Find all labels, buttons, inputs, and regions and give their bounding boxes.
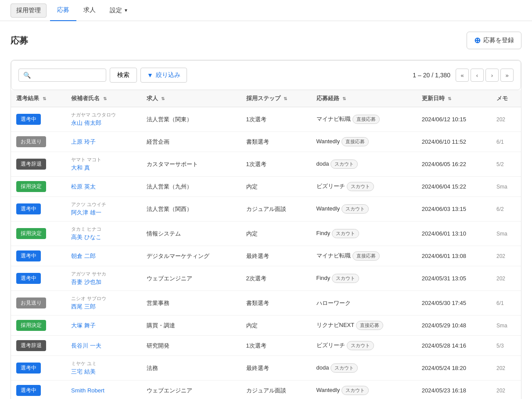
col-header-job[interactable]: 求人 ⇅ [141, 90, 241, 107]
sort-icon-name: ⇅ [103, 96, 107, 101]
table-row: 採用決定タカミ ヒナコ高美 ひなこ情報システム内定Findyスカウト2024/0… [11, 221, 521, 246]
cell-step: 1次選考 [241, 336, 311, 356]
filter-icon: ▼ [147, 72, 153, 79]
table-row: 選考中朝倉 二郎デジタルマーケティング最終選考マイナビ転職直接応募2024/06… [11, 246, 521, 266]
cell-updated: 2024/06/01 13:10 [417, 221, 491, 246]
cell-updated: 2024/05/28 14:16 [417, 336, 491, 356]
source-tag: 直接応募 [356, 321, 383, 330]
search-input[interactable] [33, 72, 101, 79]
source-tag: 直接応募 [341, 137, 369, 146]
search-bar: 🔍 検索 ▼ 絞り込み 1 – 20 / 1,380 « ‹ › » [11, 60, 521, 90]
cell-result: 選考中 [11, 266, 66, 291]
status-badge: お見送り [16, 136, 46, 147]
cell-memo: Sma [491, 177, 521, 197]
page-header: 応募 ⊕ 応募を登録 [11, 32, 521, 49]
col-header-updated[interactable]: 更新日時 ⇅ [417, 90, 491, 107]
register-button-label: 応募を登録 [483, 36, 514, 44]
status-badge: 選考中 [16, 273, 41, 284]
search-icon: 🔍 [23, 72, 31, 79]
col-header-step[interactable]: 採用ステップ ⇅ [241, 90, 311, 107]
status-badge: 選考中 [16, 114, 41, 125]
cell-job: ウェブエンジニア [141, 266, 241, 291]
cell-name: 長谷川 一夫 [66, 336, 141, 356]
source-tag: スカウト [332, 274, 359, 283]
col-header-source[interactable]: 応募経路 ⇅ [311, 90, 417, 107]
col-header-name[interactable]: 候補者氏名 ⇅ [66, 90, 141, 107]
cell-updated: 2024/06/03 13:15 [417, 197, 491, 221]
cell-step: 書類選考 [241, 132, 311, 152]
table-body: 選考中ナガヤマ ユウタロウ永山 侑太郎法人営業（関東）1次選考マイナビ転職直接応… [11, 107, 521, 399]
table-row: 選考辞退ヤマト マコト大和 真カスタマーサポート1次選考dodaスカウト2024… [11, 152, 521, 177]
cell-memo: 6/2 [491, 197, 521, 221]
table-header-row: 選考結果 ⇅ 候補者氏名 ⇅ 求人 ⇅ 採用ステップ ⇅ [11, 90, 521, 107]
candidate-name-link[interactable]: 永山 侑太郎 [71, 120, 101, 126]
nav-item-recruitment[interactable]: 採用管理 [11, 4, 47, 18]
cell-name: ヤマト マコト大和 真 [66, 152, 141, 177]
candidate-name-link[interactable]: 吾妻 沙也加 [71, 279, 101, 285]
cell-result: 選考中 [11, 356, 66, 381]
next-page-button[interactable]: › [485, 69, 499, 82]
col-header-memo: メモ [491, 90, 521, 107]
cell-result: 選考辞退 [11, 336, 66, 356]
candidate-kana: タカミ ヒナコ [71, 226, 136, 232]
candidate-name-link[interactable]: 阿久津 雄一 [71, 209, 101, 216]
register-application-button[interactable]: ⊕ 応募を登録 [467, 32, 521, 49]
cell-source: ハローワーク [311, 291, 417, 316]
cell-step: カジュアル面談 [241, 381, 311, 399]
cell-memo: 202 [491, 246, 521, 266]
table-row: 選考中ナガヤマ ユウタロウ永山 侑太郎法人営業（関東）1次選考マイナビ転職直接応… [11, 107, 521, 132]
candidate-name-link[interactable]: 高美 ひなこ [71, 234, 101, 240]
cell-memo: 5/2 [491, 152, 521, 177]
cell-updated: 2024/05/24 18:20 [417, 356, 491, 381]
col-header-result[interactable]: 選考結果 ⇅ [11, 90, 66, 107]
status-badge: 採用決定 [16, 228, 46, 239]
nav-item-applications[interactable]: 応募 [50, 0, 76, 21]
candidate-kana: ミヤケ ユミ [71, 360, 136, 367]
candidate-name-link[interactable]: 松原 英太 [71, 183, 96, 190]
sort-icon-source: ⇅ [342, 96, 346, 101]
candidate-name-link[interactable]: 長谷川 一夫 [71, 342, 101, 349]
candidate-kana: アガツマ サヤカ [71, 271, 136, 277]
cell-updated: 2024/05/23 16:18 [417, 381, 491, 399]
table-row: 選考中Smith Robertウェブエンジニアカジュアル面談Wantedlyスカ… [11, 381, 521, 399]
cell-source: ビズリーチスカウト [311, 336, 417, 356]
cell-source: dodaスカウト [311, 152, 417, 177]
table-row: 選考中アクツ ユウイチ阿久津 雄一法人営業（関西）カジュアル面談Wantedly… [11, 197, 521, 221]
cell-job: 法務 [141, 356, 241, 381]
candidate-name-link[interactable]: 上原 玲子 [71, 138, 96, 145]
status-badge: 選考辞退 [16, 340, 46, 351]
cell-job: 法人営業（九州） [141, 177, 241, 197]
candidate-kana: ヤマト マコト [71, 156, 136, 163]
table-row: 選考中ミヤケ ユミ三宅 結美法務最終選考dodaスカウト2024/05/24 1… [11, 356, 521, 381]
candidate-name-link[interactable]: 朝倉 二郎 [71, 253, 96, 259]
cell-updated: 2024/06/10 11:52 [417, 132, 491, 152]
search-button[interactable]: 検索 [110, 68, 137, 83]
nav-item-jobs[interactable]: 求人 [76, 0, 103, 21]
candidate-name-link[interactable]: Smith Robert [71, 387, 104, 394]
cell-name: 松原 英太 [66, 177, 141, 197]
cell-source: Wantedly直接応募 [311, 132, 417, 152]
status-badge: 選考辞退 [16, 159, 46, 170]
pagination-controls: « ‹ › » [456, 69, 514, 82]
cell-source: リクナビNEXT直接応募 [311, 316, 417, 336]
cell-job: デジタルマーケティング [141, 246, 241, 266]
cell-name: 上原 玲子 [66, 132, 141, 152]
sort-icon-result: ⇅ [43, 96, 46, 101]
first-page-button[interactable]: « [456, 69, 469, 82]
cell-source: マイナビ転職直接応募 [311, 107, 417, 132]
candidate-name-link[interactable]: 大和 真 [71, 164, 90, 171]
candidate-name-link[interactable]: 西尾 三郎 [71, 303, 96, 310]
cell-name: Smith Robert [66, 381, 141, 399]
candidate-name-link[interactable]: 大塚 舞子 [71, 322, 96, 329]
last-page-button[interactable]: » [500, 69, 514, 82]
status-badge: 選考中 [16, 363, 41, 374]
cell-memo: 202 [491, 356, 521, 381]
filter-button[interactable]: ▼ 絞り込み [140, 68, 187, 83]
cell-result: 選考中 [11, 107, 66, 132]
prev-page-button[interactable]: ‹ [471, 69, 484, 82]
cell-result: お見送り [11, 291, 66, 316]
candidate-name-link[interactable]: 三宅 結美 [71, 368, 96, 375]
cell-updated: 2024/06/04 15:22 [417, 177, 491, 197]
nav-item-settings[interactable]: 設定 ▼ [103, 0, 135, 21]
cell-name: ナガヤマ ユウタロウ永山 侑太郎 [66, 107, 141, 132]
